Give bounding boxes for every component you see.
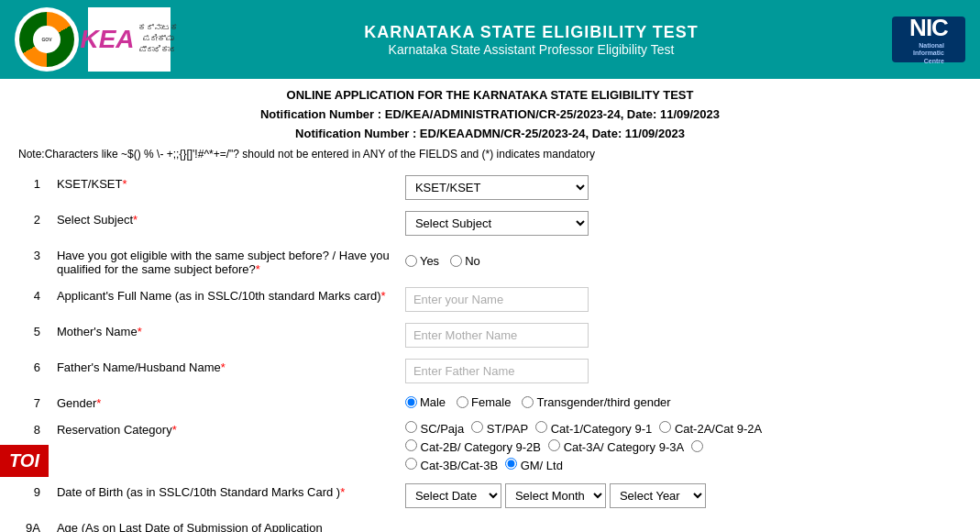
cat-st-pap-label[interactable]: ST/PAP: [471, 421, 528, 436]
row-control: [398, 282, 962, 317]
notification-1: Notification Number : ED/KEA/ADMINISTRAT…: [18, 105, 962, 125]
radio-cat3b[interactable]: [405, 458, 417, 470]
row-num: 5: [18, 317, 50, 353]
header-title: KARNATAKA STATE ELIGIBILITY TEST Karnata…: [171, 23, 892, 57]
header: GOV KEA ಕರ್ನಾಟಕ ಪರೀಕ್ಷಾ ಪ್ರಾಧಿಕಾರ KARNAT…: [0, 0, 980, 79]
mother-name-input[interactable]: [405, 323, 589, 348]
radio-female-label[interactable]: Female: [457, 395, 511, 409]
row-control: SC/Paja ST/PAP Cat-1/Category 9-1 Cat-2A…: [398, 416, 962, 478]
notification-2: Notification Number : ED/KEAADMN/CR-25/2…: [18, 125, 962, 144]
row-num: 7: [18, 389, 50, 416]
radio-gm[interactable]: [505, 458, 517, 470]
gender-group: Male Female Transgender/third gender: [405, 395, 954, 409]
nic-label: NationalInformaticCentre: [913, 42, 944, 65]
table-row: 9 Date of Birth (as in SSLC/10th Standar…: [18, 478, 962, 514]
subject-select[interactable]: Select Subject: [405, 211, 589, 236]
row-num: 1: [18, 170, 50, 205]
radio-sc-paja[interactable]: [405, 421, 417, 433]
row-control: [398, 353, 962, 389]
reservation-row2: Cat-2B/ Category 9-2B Cat-3A/ Category 9…: [405, 439, 954, 454]
row-label: Gender*: [50, 389, 398, 416]
reservation-row3: Cat-3B/Cat-3B GM/ Ltd: [405, 458, 954, 472]
row-num: 2: [18, 205, 50, 241]
row-num: 9A: [18, 514, 50, 532]
row-label: Age (As on Last Date of Submission of Ap…: [50, 514, 398, 532]
row-label: Mother's Name*: [50, 317, 398, 353]
radio-yes[interactable]: [405, 255, 417, 267]
table-row: 6 Father's Name/Husband Name*: [18, 353, 962, 389]
row-control: Male Female Transgender/third gender: [398, 389, 962, 416]
radio-yes-label[interactable]: Yes: [405, 254, 439, 268]
row-num: 4: [18, 282, 50, 317]
table-row: 5 Mother's Name*: [18, 317, 962, 353]
radio-cat2b[interactable]: [405, 439, 417, 451]
kea-letters: KEA: [80, 25, 134, 54]
cat-2a-label[interactable]: Cat-2A/Cat 9-2A: [659, 421, 762, 436]
row-control: KSET/KSET: [398, 170, 962, 205]
table-row: 4 Applicant's Full Name (as in SSLC/10th…: [18, 282, 962, 317]
table-row: 9A Age (As on Last Date of Submission of…: [18, 514, 962, 532]
row-num: 3: [18, 241, 50, 282]
table-row: 3 Have you got eligible with the same su…: [18, 241, 962, 282]
gov-logo-center: GOV: [33, 26, 61, 53]
dob-month-select[interactable]: Select Month: [505, 483, 606, 508]
toi-badge: TOI: [0, 445, 49, 477]
radio-no-label[interactable]: No: [450, 254, 480, 268]
cat-2b-label[interactable]: Cat-2B/ Category 9-2B: [405, 439, 541, 454]
fullname-input[interactable]: [405, 287, 589, 312]
row-control: Yes No: [398, 241, 962, 282]
row-label: Father's Name/Husband Name*: [50, 353, 398, 389]
radio-cat2a[interactable]: [659, 421, 671, 433]
row-label: Select Subject*: [50, 205, 398, 241]
radio-st-pap[interactable]: [471, 421, 483, 433]
dob-date-select[interactable]: Select Date: [405, 483, 501, 508]
radio-female[interactable]: [457, 396, 468, 408]
main-title: KARNATAKA STATE ELIGIBILITY TEST: [171, 23, 892, 42]
dob-row: Select Date Select Month Select Year: [405, 483, 954, 508]
row-control: Select Date Select Month Select Year: [398, 478, 962, 514]
kset-select[interactable]: KSET/KSET: [405, 175, 589, 200]
table-row: 2 Select Subject* Select Subject: [18, 205, 962, 241]
row-label: Applicant's Full Name (as in SSLC/10th s…: [50, 282, 398, 317]
father-name-input[interactable]: [405, 359, 589, 383]
row-num: 9: [18, 478, 50, 514]
cat-1-label[interactable]: Cat-1/Category 9-1: [535, 421, 652, 436]
nic-logo: NIC NationalInformaticCentre: [892, 17, 965, 62]
kea-logo: KEA ಕರ್ನಾಟಕ ಪರೀಕ್ಷಾ ಪ್ರಾಧಿಕಾರ: [88, 7, 171, 72]
table-row: 7 Gender* Male Female Transgender/third …: [18, 389, 962, 416]
notice-heading: ONLINE APPLICATION FOR THE KARNATAKA STA…: [18, 88, 962, 102]
dob-year-select[interactable]: Select Year: [610, 483, 706, 508]
cat-sc-paja-label[interactable]: SC/Paja: [405, 421, 464, 436]
cat-3b-label[interactable]: Cat-3B/Cat-3B: [405, 458, 498, 472]
form-table: 1 KSET/KSET* KSET/KSET 2 Select Subject*…: [18, 170, 962, 532]
note-line: Note:Characters like ~$() % \- +;;{}[]'!…: [18, 148, 962, 161]
radio-other[interactable]: [691, 440, 703, 452]
radio-male-label[interactable]: Male: [405, 395, 446, 409]
row-control: Select Subject: [398, 205, 962, 241]
row-control: [398, 514, 962, 532]
radio-transgender[interactable]: [522, 396, 534, 408]
main-subtitle: Karnataka State Assistant Professor Elig…: [171, 42, 892, 57]
row-label: Have you got eligible with the same subj…: [50, 241, 398, 282]
radio-transgender-label[interactable]: Transgender/third gender: [522, 395, 670, 409]
radio-no[interactable]: [450, 255, 462, 267]
cat-gm-label[interactable]: GM/ Ltd: [505, 458, 563, 472]
reservation-row1: SC/Paja ST/PAP Cat-1/Category 9-1 Cat-2A…: [405, 421, 954, 436]
row-label: Date of Birth (as in SSLC/10th Standard …: [50, 478, 398, 514]
radio-cat1[interactable]: [535, 421, 547, 433]
table-row: 8 Reservation Category* SC/Paja ST/PAP C…: [18, 416, 962, 478]
radio-male[interactable]: [405, 396, 417, 408]
content-area: ONLINE APPLICATION FOR THE KARNATAKA STA…: [0, 79, 980, 532]
row-control: [398, 317, 962, 353]
cat-3a-label[interactable]: Cat-3A/ Category 9-3A: [548, 439, 684, 454]
radio-cat3a[interactable]: [548, 439, 560, 451]
row-label: Reservation Category*: [50, 416, 398, 478]
row-label: KSET/KSET*: [50, 170, 398, 205]
gov-logo-inner: GOV: [19, 12, 74, 67]
gov-logo: GOV: [15, 7, 79, 72]
table-row: 1 KSET/KSET* KSET/KSET: [18, 170, 962, 205]
notifications: Notification Number : ED/KEA/ADMINISTRAT…: [18, 105, 962, 144]
header-logos: GOV KEA ಕರ್ನಾಟಕ ಪರೀಕ್ಷಾ ಪ್ರಾಧಿಕಾರ: [15, 7, 171, 72]
yes-no-group: Yes No: [405, 254, 954, 268]
row-num: 6: [18, 353, 50, 389]
